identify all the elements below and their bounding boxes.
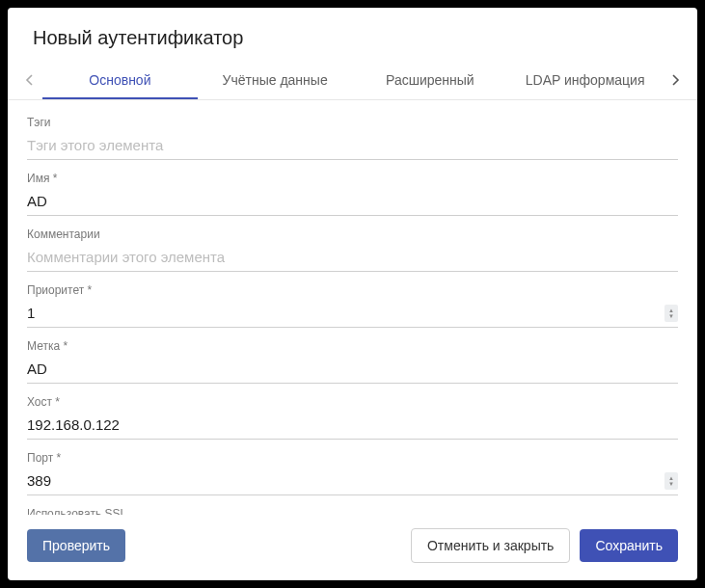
input-port[interactable]: [27, 467, 678, 495]
label-ssl: Использовать SSL: [27, 507, 678, 515]
input-name[interactable]: [27, 187, 678, 216]
dialog-footer: Проверить Отменить и закрыть Сохранить: [8, 515, 697, 580]
tab-ldap-info[interactable]: LDAP информация: [507, 61, 663, 99]
field-comments: Комментарии: [27, 227, 678, 272]
tab-main[interactable]: Основной: [42, 61, 198, 99]
tab-credentials[interactable]: Учётные данные: [198, 61, 353, 99]
tab-scroll-right[interactable]: [663, 61, 690, 99]
input-tags[interactable]: [27, 131, 678, 160]
field-tags: Тэги: [27, 116, 678, 160]
label-comments: Комментарии: [27, 227, 678, 241]
input-priority[interactable]: [27, 299, 678, 328]
chevron-right-icon: [672, 74, 680, 86]
field-host: Хост *: [27, 395, 678, 440]
tab-scroll-left[interactable]: [15, 61, 42, 99]
field-mark: Метка *: [27, 339, 678, 384]
label-name: Имя *: [27, 172, 678, 185]
field-port: Порт *: [27, 451, 678, 495]
field-name: Имя *: [27, 172, 678, 216]
input-host[interactable]: [27, 411, 678, 440]
form-body: Тэги Имя * Комментарии Приоритет * Метка…: [8, 100, 697, 515]
save-button[interactable]: Сохранить: [580, 529, 678, 562]
label-priority: Приоритет *: [27, 283, 678, 297]
field-ssl: Использовать SSL Нет: [27, 507, 678, 515]
label-host: Хост *: [27, 395, 678, 409]
input-mark[interactable]: [27, 355, 678, 384]
cancel-button[interactable]: Отменить и закрыть: [411, 528, 570, 563]
tab-bar: Основной Учётные данные Расширенный LDAP…: [8, 61, 697, 100]
label-tags: Тэги: [27, 116, 678, 129]
tab-advanced[interactable]: Расширенный: [353, 61, 508, 99]
dialog-title: Новый аутентификатор: [8, 8, 697, 61]
label-mark: Метка *: [27, 339, 678, 353]
field-priority: Приоритет *: [27, 283, 678, 328]
chevron-left-icon: [25, 74, 33, 86]
dialog-new-authenticator: Новый аутентификатор Основной Учётные да…: [8, 8, 697, 580]
input-comments[interactable]: [27, 243, 678, 272]
spinner-port[interactable]: [664, 472, 678, 490]
spinner-priority[interactable]: [664, 305, 678, 322]
test-button[interactable]: Проверить: [27, 529, 125, 562]
label-port: Порт *: [27, 451, 678, 465]
